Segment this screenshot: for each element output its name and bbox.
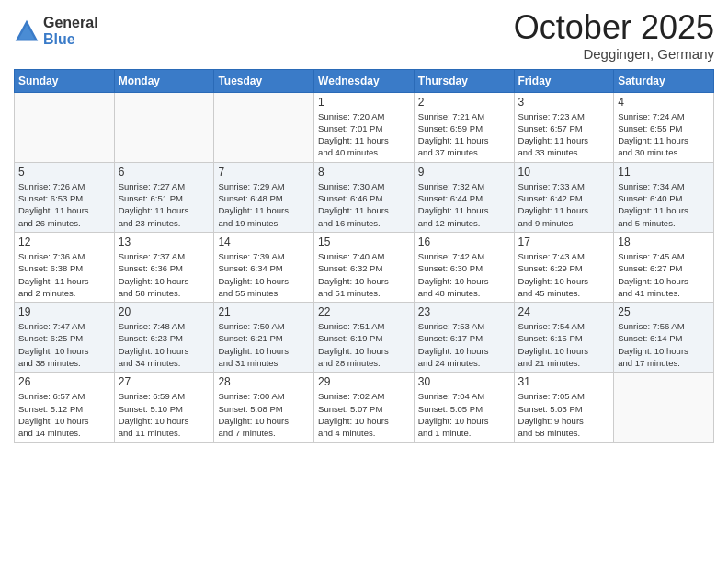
day-number: 4	[618, 96, 710, 109]
header-saturday: Saturday	[614, 69, 714, 92]
table-row: 12Sunrise: 7:36 AMSunset: 6:38 PMDayligh…	[15, 232, 115, 302]
table-row: 3Sunrise: 7:23 AMSunset: 6:57 PMDaylight…	[514, 92, 614, 162]
day-info: Sunrise: 6:57 AMSunset: 5:12 PMDaylight:…	[18, 390, 110, 439]
day-number: 18	[618, 236, 710, 248]
logo-icon	[14, 18, 40, 44]
month-title: October 2025	[514, 9, 714, 46]
table-row: 15Sunrise: 7:40 AMSunset: 6:32 PMDayligh…	[314, 232, 415, 302]
day-info: Sunrise: 7:21 AMSunset: 6:59 PMDaylight:…	[418, 110, 510, 159]
day-info: Sunrise: 7:43 AMSunset: 6:29 PMDaylight:…	[518, 250, 610, 299]
header-wednesday: Wednesday	[314, 69, 415, 92]
logo-general-text: General	[43, 15, 98, 31]
table-row: 2Sunrise: 7:21 AMSunset: 6:59 PMDaylight…	[414, 92, 514, 162]
day-info: Sunrise: 7:02 AMSunset: 5:07 PMDaylight:…	[318, 390, 410, 439]
location: Deggingen, Germany	[514, 46, 714, 62]
day-number: 1	[318, 96, 410, 109]
calendar-week-row: 26Sunrise: 6:57 AMSunset: 5:12 PMDayligh…	[15, 373, 714, 442]
table-row: 5Sunrise: 7:26 AMSunset: 6:53 PMDaylight…	[15, 162, 115, 232]
day-number: 13	[119, 236, 210, 248]
header: General Blue October 2025 Deggingen, Ger…	[14, 9, 714, 62]
table-row: 17Sunrise: 7:43 AMSunset: 6:29 PMDayligh…	[514, 232, 614, 302]
table-row: 22Sunrise: 7:51 AMSunset: 6:19 PMDayligh…	[314, 303, 415, 373]
table-row: 23Sunrise: 7:53 AMSunset: 6:17 PMDayligh…	[414, 303, 514, 373]
day-info: Sunrise: 6:59 AMSunset: 5:10 PMDaylight:…	[119, 390, 210, 439]
day-info: Sunrise: 7:48 AMSunset: 6:23 PMDaylight:…	[119, 320, 210, 369]
header-friday: Friday	[514, 69, 614, 92]
table-row: 9Sunrise: 7:32 AMSunset: 6:44 PMDaylight…	[414, 162, 514, 232]
day-info: Sunrise: 7:20 AMSunset: 7:01 PMDaylight:…	[318, 110, 410, 159]
table-row	[114, 92, 214, 162]
day-number: 24	[518, 305, 610, 318]
table-row: 24Sunrise: 7:54 AMSunset: 6:15 PMDayligh…	[514, 303, 614, 373]
day-info: Sunrise: 7:40 AMSunset: 6:32 PMDaylight:…	[318, 250, 410, 299]
day-info: Sunrise: 7:50 AMSunset: 6:21 PMDaylight:…	[218, 320, 310, 369]
table-row	[614, 373, 714, 442]
weekday-header-row: Sunday Monday Tuesday Wednesday Thursday…	[15, 69, 714, 92]
day-number: 29	[318, 375, 410, 388]
table-row: 31Sunrise: 7:05 AMSunset: 5:03 PMDayligh…	[514, 373, 614, 442]
calendar: Sunday Monday Tuesday Wednesday Thursday…	[14, 69, 714, 443]
day-number: 12	[18, 236, 110, 248]
day-number: 20	[119, 305, 210, 318]
day-info: Sunrise: 7:05 AMSunset: 5:03 PMDaylight:…	[518, 390, 610, 439]
logo-text: General Blue	[43, 15, 98, 47]
table-row: 18Sunrise: 7:45 AMSunset: 6:27 PMDayligh…	[614, 232, 714, 302]
day-number: 27	[119, 375, 210, 388]
day-info: Sunrise: 7:47 AMSunset: 6:25 PMDaylight:…	[18, 320, 110, 369]
table-row: 19Sunrise: 7:47 AMSunset: 6:25 PMDayligh…	[15, 303, 115, 373]
day-number: 14	[218, 236, 310, 248]
table-row: 7Sunrise: 7:29 AMSunset: 6:48 PMDaylight…	[214, 162, 314, 232]
header-thursday: Thursday	[414, 69, 514, 92]
table-row: 11Sunrise: 7:34 AMSunset: 6:40 PMDayligh…	[614, 162, 714, 232]
day-number: 6	[119, 166, 210, 178]
day-info: Sunrise: 7:30 AMSunset: 6:46 PMDaylight:…	[318, 180, 410, 229]
day-number: 25	[618, 305, 710, 318]
day-number: 23	[418, 305, 510, 318]
day-info: Sunrise: 7:32 AMSunset: 6:44 PMDaylight:…	[418, 180, 510, 229]
header-tuesday: Tuesday	[214, 69, 314, 92]
calendar-week-row: 12Sunrise: 7:36 AMSunset: 6:38 PMDayligh…	[15, 232, 714, 302]
table-row: 21Sunrise: 7:50 AMSunset: 6:21 PMDayligh…	[214, 303, 314, 373]
day-info: Sunrise: 7:00 AMSunset: 5:08 PMDaylight:…	[218, 390, 310, 439]
day-number: 30	[418, 375, 510, 388]
day-number: 16	[418, 236, 510, 248]
table-row: 29Sunrise: 7:02 AMSunset: 5:07 PMDayligh…	[314, 373, 415, 442]
day-number: 7	[218, 166, 310, 178]
table-row: 13Sunrise: 7:37 AMSunset: 6:36 PMDayligh…	[114, 232, 214, 302]
day-info: Sunrise: 7:36 AMSunset: 6:38 PMDaylight:…	[18, 250, 110, 299]
table-row: 27Sunrise: 6:59 AMSunset: 5:10 PMDayligh…	[114, 373, 214, 442]
day-number: 21	[218, 305, 310, 318]
day-number: 8	[318, 166, 410, 178]
day-info: Sunrise: 7:53 AMSunset: 6:17 PMDaylight:…	[418, 320, 510, 369]
title-block: October 2025 Deggingen, Germany	[514, 9, 714, 62]
day-info: Sunrise: 7:04 AMSunset: 5:05 PMDaylight:…	[418, 390, 510, 439]
table-row: 20Sunrise: 7:48 AMSunset: 6:23 PMDayligh…	[114, 303, 214, 373]
day-number: 9	[418, 166, 510, 178]
table-row: 14Sunrise: 7:39 AMSunset: 6:34 PMDayligh…	[214, 232, 314, 302]
header-sunday: Sunday	[15, 69, 115, 92]
day-info: Sunrise: 7:56 AMSunset: 6:14 PMDaylight:…	[618, 320, 710, 369]
calendar-week-row: 19Sunrise: 7:47 AMSunset: 6:25 PMDayligh…	[15, 303, 714, 373]
day-number: 10	[518, 166, 610, 178]
table-row: 4Sunrise: 7:24 AMSunset: 6:55 PMDaylight…	[614, 92, 714, 162]
calendar-week-row: 1Sunrise: 7:20 AMSunset: 7:01 PMDaylight…	[15, 92, 714, 162]
day-info: Sunrise: 7:27 AMSunset: 6:51 PMDaylight:…	[119, 180, 210, 229]
table-row: 10Sunrise: 7:33 AMSunset: 6:42 PMDayligh…	[514, 162, 614, 232]
day-info: Sunrise: 7:39 AMSunset: 6:34 PMDaylight:…	[218, 250, 310, 299]
day-info: Sunrise: 7:54 AMSunset: 6:15 PMDaylight:…	[518, 320, 610, 369]
table-row: 6Sunrise: 7:27 AMSunset: 6:51 PMDaylight…	[114, 162, 214, 232]
day-info: Sunrise: 7:42 AMSunset: 6:30 PMDaylight:…	[418, 250, 510, 299]
day-number: 31	[518, 375, 610, 388]
calendar-week-row: 5Sunrise: 7:26 AMSunset: 6:53 PMDaylight…	[15, 162, 714, 232]
day-info: Sunrise: 7:24 AMSunset: 6:55 PMDaylight:…	[618, 110, 710, 159]
table-row: 1Sunrise: 7:20 AMSunset: 7:01 PMDaylight…	[314, 92, 415, 162]
day-number: 11	[618, 166, 710, 178]
logo: General Blue	[14, 15, 98, 47]
day-number: 2	[418, 96, 510, 109]
day-info: Sunrise: 7:26 AMSunset: 6:53 PMDaylight:…	[18, 180, 110, 229]
table-row: 28Sunrise: 7:00 AMSunset: 5:08 PMDayligh…	[214, 373, 314, 442]
day-number: 19	[18, 305, 110, 318]
logo-blue-text: Blue	[43, 31, 98, 48]
day-number: 28	[218, 375, 310, 388]
day-info: Sunrise: 7:45 AMSunset: 6:27 PMDaylight:…	[618, 250, 710, 299]
